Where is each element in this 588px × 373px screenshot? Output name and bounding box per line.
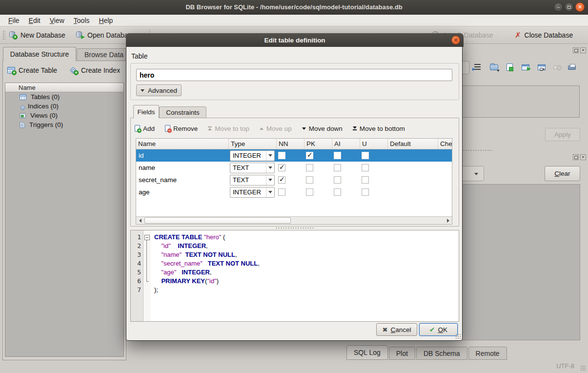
nn-checkbox[interactable] (278, 176, 285, 184)
type-dropdown[interactable]: TEXT (230, 163, 275, 173)
u-checkbox[interactable] (362, 176, 369, 184)
field-name-cell[interactable]: age (136, 186, 229, 198)
field-name-cell[interactable]: id (136, 149, 229, 162)
menu-edit[interactable]: Edit (24, 16, 45, 25)
open-in-window-icon[interactable] (522, 64, 529, 70)
field-row-id[interactable]: idINTEGER (136, 149, 452, 162)
scroll-right-arrow[interactable] (444, 217, 452, 224)
pk-checkbox[interactable] (306, 152, 313, 159)
column-header-ai[interactable]: AI (332, 139, 360, 149)
field-row-secret_name[interactable]: secret_nameTEXT (136, 174, 452, 186)
remove-field-button[interactable]: − Remove (165, 125, 198, 132)
bottom-tab-sql-log[interactable]: SQL Log (346, 345, 388, 360)
check-cell[interactable] (438, 162, 452, 174)
ok-button[interactable]: ✔ OK (419, 323, 458, 336)
tree-item-views[interactable]: Views (0) (5, 111, 123, 120)
tab-browse-data[interactable]: Browse Data (77, 48, 131, 61)
field-name-cell[interactable]: secret_name (136, 174, 229, 186)
ai-checkbox[interactable] (334, 188, 341, 196)
ai-checkbox[interactable] (334, 176, 341, 184)
default-cell[interactable] (388, 174, 438, 186)
default-cell[interactable] (388, 149, 438, 162)
bottom-tab-db-schema[interactable]: DB Schema (416, 347, 467, 360)
dock-close-button[interactable]: ✕ (580, 154, 586, 160)
maximize-button[interactable] (565, 2, 574, 12)
pk-checkbox[interactable] (306, 188, 313, 196)
type-dropdown[interactable]: INTEGER (230, 187, 275, 198)
close-database-button[interactable]: ✗ Close Database (515, 26, 573, 43)
dock-splitter-handle[interactable] (463, 149, 493, 151)
apply-button[interactable]: Apply (545, 128, 580, 141)
ai-checkbox[interactable] (334, 152, 341, 159)
add-field-button[interactable]: + Add (135, 125, 155, 132)
table-name-input[interactable] (136, 69, 452, 81)
tree-item-tables[interactable]: Tables (0) (5, 92, 123, 102)
window-resize-grip[interactable] (580, 365, 586, 371)
column-header-pk[interactable]: PK (304, 139, 332, 149)
print-icon[interactable] (568, 65, 576, 70)
tab-fields[interactable]: Fields (133, 105, 159, 118)
toolbar-grip[interactable] (2, 30, 5, 40)
tree-header-name[interactable]: Name (5, 83, 123, 92)
menu-view[interactable]: View (45, 16, 69, 25)
column-header-u[interactable]: U (360, 139, 388, 149)
fold-marker[interactable] (143, 233, 151, 242)
u-checkbox[interactable] (362, 164, 369, 171)
check-cell[interactable] (438, 149, 452, 162)
import-file-icon[interactable] (490, 64, 498, 70)
check-cell[interactable] (438, 186, 452, 198)
move-up-button[interactable]: Move up (260, 125, 292, 132)
pk-checkbox[interactable] (306, 176, 313, 184)
u-checkbox[interactable] (362, 188, 369, 196)
menu-tools[interactable]: Tools (69, 16, 95, 25)
nn-checkbox[interactable] (278, 188, 285, 196)
create-index-button[interactable]: + Create Index (69, 66, 120, 74)
column-header-check[interactable]: Check (438, 139, 452, 149)
export-file-icon[interactable] (507, 63, 513, 71)
default-cell[interactable] (388, 162, 438, 174)
tree-item-indices[interactable]: Indices (0) (5, 102, 123, 111)
field-name-cell[interactable]: name (136, 162, 229, 174)
horizontal-scrollbar[interactable] (136, 216, 452, 224)
link-cell-icon[interactable] (538, 64, 546, 70)
tree-item-triggers[interactable]: Triggers (0) (5, 120, 123, 129)
fold-margin[interactable] (143, 230, 151, 321)
default-cell[interactable] (388, 186, 438, 198)
new-database-button[interactable]: + New Database (9, 26, 65, 43)
type-dropdown[interactable]: INTEGER (230, 150, 275, 161)
text-mode-icon[interactable] (474, 63, 483, 72)
tab-constraints[interactable]: Constraints (159, 106, 206, 118)
dock-float-button[interactable] (573, 47, 579, 53)
type-dropdown[interactable]: TEXT (230, 175, 275, 186)
dock-float-button[interactable] (573, 154, 579, 160)
pk-checkbox[interactable] (306, 164, 313, 171)
menu-help[interactable]: Help (95, 16, 118, 25)
move-down-button[interactable]: Move down (302, 125, 343, 132)
bottom-tab-plot[interactable]: Plot (389, 347, 415, 360)
u-checkbox[interactable] (362, 152, 369, 159)
field-row-name[interactable]: nameTEXT (136, 162, 452, 174)
clear-log-button[interactable]: Clear (545, 166, 580, 181)
scroll-left-arrow[interactable] (136, 217, 144, 224)
sql-preview-editor[interactable]: 1234567 CREATE TABLE "hero" ( "id" INTEG… (130, 230, 459, 322)
dock-close-button[interactable]: ✕ (580, 47, 586, 53)
nn-checkbox[interactable] (278, 152, 285, 159)
encoding-indicator[interactable]: UTF-8 (556, 362, 574, 370)
move-to-top-button[interactable]: Move to top (208, 125, 249, 132)
advanced-button[interactable]: Advanced (136, 84, 182, 96)
dialog-resize-grip[interactable] (455, 333, 461, 339)
dialog-close-button[interactable]: ✕ (451, 36, 460, 44)
cancel-button[interactable]: ✖ Cancel (376, 323, 417, 336)
minimize-button[interactable]: – (554, 2, 563, 12)
column-header-default[interactable]: Default (388, 139, 438, 149)
move-to-bottom-button[interactable]: Move to bottom (353, 125, 405, 132)
column-header-name[interactable]: Name (136, 139, 229, 149)
create-table-button[interactable]: + Create Table (7, 66, 57, 74)
check-cell[interactable] (438, 174, 452, 186)
menu-file[interactable]: File (4, 16, 24, 25)
tab-database-structure[interactable]: Database Structure (3, 47, 76, 61)
close-window-button[interactable]: ✕ (575, 2, 585, 12)
bottom-tab-remote[interactable]: Remote (468, 347, 507, 360)
field-row-age[interactable]: ageINTEGER (136, 186, 452, 198)
dialog-titlebar[interactable]: Edit table definition ✕ (126, 33, 464, 47)
